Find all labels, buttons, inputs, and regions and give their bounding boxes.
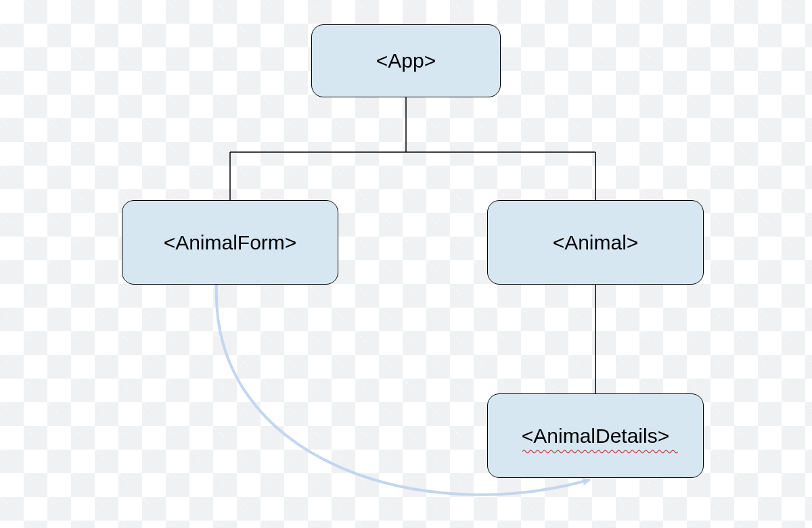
node-app[interactable]: <App>: [311, 24, 501, 97]
node-app-label: <App>: [376, 49, 436, 72]
node-animal-label: <Animal>: [553, 231, 639, 254]
diagram-canvas: <App> <AnimalForm> <Animal> <AnimalDetai…: [0, 0, 812, 528]
node-animaldetails-label: <AnimalDetails>: [522, 425, 669, 448]
node-animal[interactable]: <Animal>: [487, 200, 704, 285]
node-animalform[interactable]: <AnimalForm>: [122, 200, 338, 285]
node-animalform-label: <AnimalForm>: [164, 231, 297, 254]
node-animaldetails[interactable]: <AnimalDetails>: [487, 393, 704, 478]
